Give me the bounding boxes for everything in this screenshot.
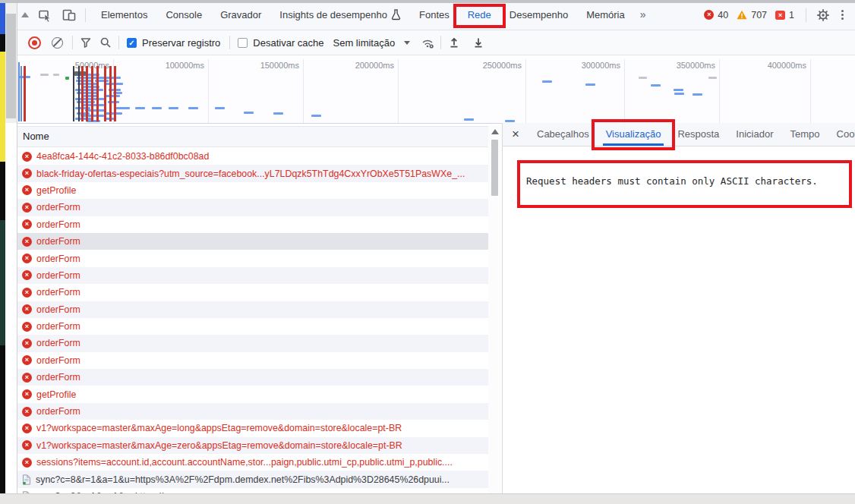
- tab-gravador[interactable]: Gravador: [211, 0, 270, 30]
- details-tab-label: Iniciador: [736, 128, 773, 140]
- request-name: orderForm: [36, 202, 80, 213]
- request-name: orderForm: [36, 321, 80, 332]
- devtools-main-tabbar: ElementosConsoleGravadorInsights de dese…: [17, 0, 855, 30]
- waterfall-bar: [693, 93, 702, 96]
- warning-count-icon[interactable]: [737, 10, 747, 20]
- selected-tab-underline: [603, 143, 664, 146]
- network-request-row[interactable]: ×getProfile: [17, 182, 488, 199]
- error-icon: ×: [22, 389, 32, 399]
- import-har-icon[interactable]: [444, 33, 464, 52]
- column-header-nome[interactable]: Nome: [17, 126, 502, 147]
- preserve-log-checkbox[interactable]: ✓: [127, 38, 137, 48]
- request-list: ×4ea8fca4-144c-41c2-8033-b86df0bc08ad×bl…: [17, 148, 488, 488]
- more-tabs-chevron[interactable]: »: [634, 0, 652, 30]
- clear-button[interactable]: [52, 37, 63, 49]
- details-tab-cookies[interactable]: Cookies: [828, 123, 855, 146]
- kebab-menu-icon[interactable]: [837, 10, 848, 20]
- network-request-row[interactable]: ×orderForm: [17, 369, 488, 386]
- tab-label: Desempenho: [510, 0, 568, 30]
- network-request-row[interactable]: ×orderForm: [17, 301, 488, 318]
- details-tab-label: Cabeçalhos: [537, 128, 589, 140]
- network-request-row[interactable]: ×orderForm: [17, 267, 488, 284]
- export-har-icon[interactable]: [469, 33, 488, 52]
- preview-message: Request headers must contain only ASCII …: [526, 175, 818, 187]
- network-request-row[interactable]: ×orderForm: [17, 403, 488, 420]
- throttling-select[interactable]: Sem limitação: [333, 37, 396, 49]
- search-icon[interactable]: [96, 33, 115, 52]
- details-tab-cabecalhos[interactable]: Cabeçalhos: [528, 123, 598, 146]
- scrollbar-thumb[interactable]: [491, 140, 498, 196]
- network-request-row[interactable]: ×getProfile: [17, 386, 488, 402]
- network-request-row[interactable]: ×4ea8fca4-144c-41c2-8033-b86df0bc08ad: [17, 148, 488, 165]
- details-tab-resposta[interactable]: Resposta: [669, 123, 727, 146]
- disable-cache-label[interactable]: Desativar cache: [253, 37, 323, 49]
- tab-fontes[interactable]: Fontes: [410, 0, 459, 30]
- waterfall-bar: [542, 80, 552, 83]
- timeline-gridline: [719, 59, 720, 123]
- details-tab-tempo[interactable]: Tempo: [781, 123, 828, 146]
- network-request-row[interactable]: ×black-friday-ofertas-especiais?utm_sour…: [17, 165, 488, 181]
- network-request-row[interactable]: ×orderForm: [17, 216, 488, 233]
- inspect-element-icon[interactable]: [35, 5, 55, 25]
- device-toolbar-icon[interactable]: [59, 5, 79, 25]
- network-conditions-icon[interactable]: [418, 33, 437, 52]
- tab-insights[interactable]: Insights de desempenho: [270, 0, 410, 30]
- filter-icon[interactable]: [76, 33, 96, 52]
- tab-desempenho[interactable]: Desempenho: [500, 0, 577, 30]
- network-request-row[interactable]: ×orderForm: [17, 335, 488, 351]
- network-request-row[interactable]: ×v1?workspace=master&maxAge=zero&appsEta…: [17, 437, 488, 454]
- tab-console[interactable]: Console: [156, 0, 211, 30]
- network-request-row[interactable]: sync?c=8&r=1&a=1&u=https://...: [17, 488, 488, 493]
- tab-label: Elementos: [101, 0, 147, 30]
- network-request-row[interactable]: ×orderForm: [17, 352, 488, 369]
- tab-label: Gravador: [220, 0, 261, 30]
- issues-icon[interactable]: ×: [775, 11, 785, 20]
- throttling-caret-icon[interactable]: [404, 41, 410, 45]
- network-overview-timeline[interactable]: 50000ms100000ms150000ms200000ms250000ms3…: [17, 59, 855, 124]
- waterfall-bar: [215, 107, 225, 109]
- network-request-row[interactable]: ×orderForm: [17, 250, 488, 266]
- details-tab-label: Visualização: [606, 128, 661, 140]
- page-scrollbar-thumb[interactable]: [6, 14, 16, 118]
- settings-gear-icon[interactable]: [813, 5, 833, 25]
- waterfall-bar: [674, 93, 684, 95]
- scrollbar-up-arrow-icon[interactable]: [491, 129, 499, 134]
- flask-icon: [391, 9, 401, 20]
- issues-count[interactable]: 1: [789, 10, 794, 20]
- error-icon: ×: [22, 288, 32, 298]
- timeline-event-line-red: [109, 66, 112, 121]
- request-details-panel: × CabeçalhosVisualizaçãoRespostaIniciado…: [502, 123, 855, 493]
- preserve-log-label[interactable]: Preservar registro: [142, 37, 220, 49]
- warning-count[interactable]: 707: [751, 10, 767, 20]
- disable-cache-checkbox[interactable]: [238, 38, 248, 48]
- network-request-row[interactable]: ×orderForm: [17, 284, 488, 301]
- waterfall-block-dark: [74, 71, 86, 76]
- background-page-strip: [0, 0, 5, 493]
- error-count[interactable]: 40: [718, 10, 728, 20]
- timeline-tick-label: 100000ms: [136, 61, 204, 70]
- waterfall-bar: [674, 89, 683, 91]
- request-name: orderForm: [36, 406, 80, 417]
- tab-memoria[interactable]: Memória: [577, 0, 634, 30]
- network-request-row[interactable]: ×v1?workspace=master&maxAge=long&appsEta…: [17, 420, 488, 436]
- page-scrollbar[interactable]: [5, 0, 17, 123]
- network-request-row[interactable]: ×sessions?items=account.id,account.accou…: [17, 454, 488, 471]
- waterfall-bar-gray: [639, 77, 647, 79]
- close-details-icon[interactable]: ×: [503, 123, 528, 146]
- network-request-row[interactable]: ×orderForm: [17, 233, 488, 250]
- details-tab-iniciador[interactable]: Iniciador: [727, 123, 781, 146]
- network-request-row[interactable]: sync?c=8&r=1&a=1&u=https%3A%2F%2Fdpm.dem…: [17, 471, 488, 487]
- request-name: orderForm: [36, 372, 80, 383]
- scroll-up-arrow-icon[interactable]: [21, 12, 29, 17]
- waterfall-bar-green: [65, 77, 69, 80]
- tab-elementos[interactable]: Elementos: [92, 0, 156, 30]
- request-name: sessions?items=account.id,account.accoun…: [36, 457, 453, 468]
- details-tab-visualizacao[interactable]: Visualização: [598, 123, 670, 146]
- tab-rede[interactable]: Rede: [459, 0, 500, 30]
- record-button[interactable]: [28, 36, 41, 49]
- error-count-icon[interactable]: ×: [704, 10, 714, 20]
- network-request-row[interactable]: ×orderForm: [17, 318, 488, 335]
- details-tabbar: × CabeçalhosVisualizaçãoRespostaIniciado…: [503, 123, 855, 146]
- network-request-row[interactable]: ×orderForm: [17, 199, 488, 216]
- request-list-scrollbar[interactable]: [488, 126, 502, 493]
